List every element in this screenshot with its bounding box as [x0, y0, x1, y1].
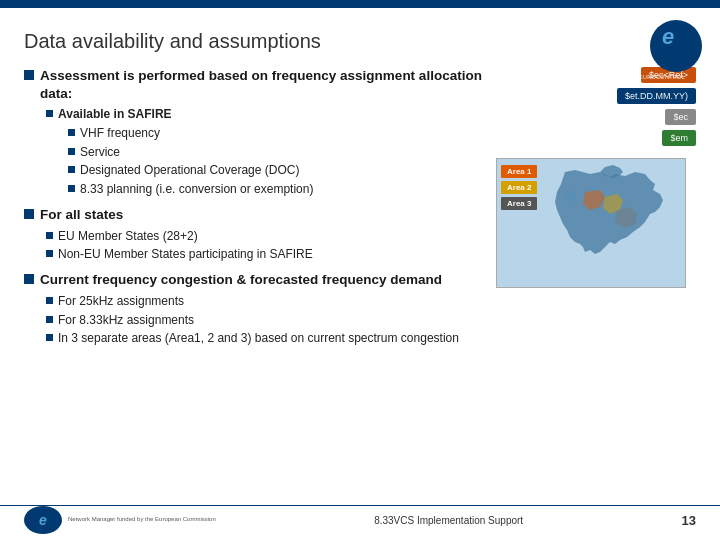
- eurocontrol-logo: e: [650, 20, 702, 72]
- logo-area: e EUROCONTROL: [622, 20, 702, 68]
- date-badge: $et.DD.MM.YY): [617, 88, 696, 104]
- area1-badge: Area 1: [501, 165, 537, 178]
- sub-bullet-doc: [68, 166, 75, 173]
- areas-label: In 3 separate areas (Area1, 2 and 3) bas…: [58, 330, 459, 347]
- sub-bullet-safire: [46, 110, 53, 117]
- vhf-label: VHF frequency: [80, 125, 160, 142]
- rem-badge: $em: [662, 130, 696, 146]
- bullet-square-1: [24, 70, 34, 80]
- eu-states-label: EU Member States (28+2): [58, 228, 198, 245]
- sub-bullet-833: [68, 185, 75, 192]
- doc-label: Designated Operational Coverage (DOC): [80, 162, 299, 179]
- sub-bullet-eu: [46, 232, 53, 239]
- right-column: $ec<Ref> $et.DD.MM.YY) $ec $em Area 1 Ar…: [496, 67, 696, 355]
- list-item: Service: [68, 144, 486, 161]
- sub-bullet-service: [68, 148, 75, 155]
- congestion-title: Current frequency congestion & forecaste…: [40, 271, 442, 289]
- assessment-intro: Assessment is performed based on frequen…: [40, 67, 486, 102]
- sub-bullet-noneu: [46, 250, 53, 257]
- section-assessment-header: Assessment is performed based on frequen…: [24, 67, 486, 102]
- list-item: EU Member States (28+2): [46, 228, 486, 245]
- section-states-header: For all states: [24, 206, 486, 224]
- safire-header-item: Available in SAFIRE: [46, 106, 486, 123]
- sub-bullet-vhf: [68, 129, 75, 136]
- states-sub-items: EU Member States (28+2) Non-EU Member St…: [46, 228, 486, 264]
- sec-badge: $ec: [665, 109, 696, 125]
- safire-label: Available in SAFIRE: [58, 106, 172, 123]
- area2-badge: Area 2: [501, 181, 537, 194]
- list-item: Non-EU Member States participating in SA…: [46, 246, 486, 263]
- footer-logo: e Network Manager funded by the European…: [24, 506, 216, 534]
- page-title: Data availability and assumptions: [24, 30, 696, 53]
- top-bar: [0, 0, 720, 8]
- section-congestion-header: Current frequency congestion & forecaste…: [24, 271, 486, 289]
- section-congestion: Current frequency congestion & forecaste…: [24, 271, 486, 347]
- safire-section: Available in SAFIRE VHF frequency Servic…: [46, 106, 486, 198]
- list-item: For 8.33kHz assignments: [46, 312, 486, 329]
- sub-bullet-833k: [46, 316, 53, 323]
- slide-container: e EUROCONTROL Data availability and assu…: [0, 8, 720, 540]
- 25k-label: For 25kHz assignments: [58, 293, 184, 310]
- states-title: For all states: [40, 206, 123, 224]
- europe-map: Area 1 Area 2 Area 3: [496, 158, 686, 288]
- main-content: Assessment is performed based on frequen…: [24, 67, 696, 355]
- sub-bullet-areas: [46, 334, 53, 341]
- list-item: Designated Operational Coverage (DOC): [68, 162, 486, 179]
- list-item: For 25kHz assignments: [46, 293, 486, 310]
- logo-subtitle: EUROCONTROL: [622, 74, 702, 80]
- sub-bullet-25k: [46, 297, 53, 304]
- congestion-sub-items: For 25kHz assignments For 8.33kHz assign…: [46, 293, 486, 347]
- map-legend: Area 1 Area 2 Area 3: [501, 165, 537, 210]
- list-item: 8.33 planning (i.e. conversion or exempt…: [68, 181, 486, 198]
- footer-logo-circle: e: [24, 506, 62, 534]
- section-states: For all states EU Member States (28+2) N…: [24, 206, 486, 263]
- section-assessment: Assessment is performed based on frequen…: [24, 67, 486, 198]
- noneu-states-label: Non-EU Member States participating in SA…: [58, 246, 313, 263]
- list-item: VHF frequency: [68, 125, 486, 142]
- logo-e-letter: e: [662, 24, 674, 50]
- planning-label: 8.33 planning (i.e. conversion or exempt…: [80, 181, 313, 198]
- bullet-square-2: [24, 209, 34, 219]
- area3-badge: Area 3: [501, 197, 537, 210]
- safire-sub-items: VHF frequency Service Designated Operati…: [68, 125, 486, 198]
- bullet-square-3: [24, 274, 34, 284]
- footer-logo-e: e: [39, 512, 47, 528]
- 833k-label: For 8.33kHz assignments: [58, 312, 194, 329]
- footer: e Network Manager funded by the European…: [0, 505, 720, 534]
- service-label: Service: [80, 144, 120, 161]
- footer-center-text: 8.33VCS Implementation Support: [374, 515, 523, 526]
- footer-page-number: 13: [682, 513, 696, 528]
- left-column: Assessment is performed based on frequen…: [24, 67, 486, 355]
- europe-svg: [545, 162, 685, 282]
- footer-logo-text: Network Manager funded by the European C…: [68, 516, 216, 524]
- list-item: In 3 separate areas (Area1, 2 and 3) bas…: [46, 330, 486, 347]
